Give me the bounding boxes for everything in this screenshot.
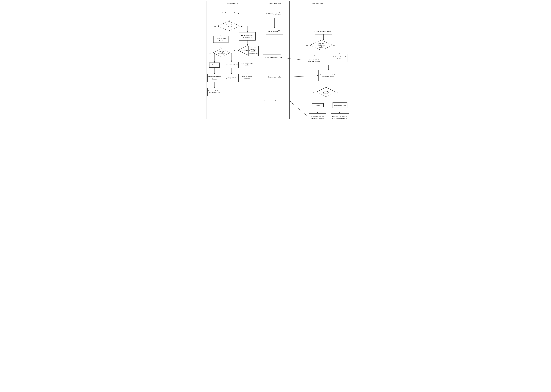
col-en2-body: Received content request Raw datablocks … xyxy=(290,6,345,119)
decode-en2-box: Decode xyxy=(312,103,324,108)
yes-label-raw: Yes xyxy=(306,45,308,46)
save-encoded-box: Save encoded block xyxy=(225,62,239,68)
raw-exist-diamond: Raw datablocks existlocally? xyxy=(310,40,333,51)
col-en1-body: Detection heartbeat Thrt Heartbeatreceiv… xyxy=(207,6,259,119)
heartbeat-diamond: Heartbeatreceived? xyxy=(217,21,240,31)
enough-decoding-en2-diamond: Enoughdecoding? xyxy=(316,87,336,97)
receive-raw-box-upper: Receive raw data blocks xyxy=(263,54,281,61)
combining-box: Combining encoded Blocks and Encoding Ve… xyxy=(318,70,337,81)
detection-box: Detection heartbeat Thrt xyxy=(220,10,238,16)
return-raw-box: Return the raw data blocks to all reques… xyxy=(306,56,322,64)
yes-label-enough-en2: Yes xyxy=(312,91,315,93)
connect-send-box: Connect EN1, Send heartbeat xyxy=(266,10,283,18)
decode-box: Decode xyxy=(209,63,220,68)
check-encoding-box: Check encoding vector xyxy=(332,102,347,108)
solve-rank-box: Solve rank γ the maximum linearly indepe… xyxy=(331,113,349,120)
send-encoded-cr-box: Send encoded blocks xyxy=(266,74,283,80)
send-encoded-requester-box: Send the encoded block to the requester xyxy=(225,74,239,82)
columns-header: Edge Node EN1 Content Requester Edge Nod… xyxy=(207,1,345,6)
respond-other-box: Respond to other requesters xyxy=(240,74,254,80)
receive-raw-box-lower: Receive raw data blocks xyxy=(263,98,281,104)
header-en2: Edge Node EN2 xyxy=(290,1,345,6)
enough-decoding-diamond: Enoughdecoding? xyxy=(213,48,230,57)
col-cr-body: Connect EN1, Send heartbeat Move, Connec… xyxy=(259,6,290,119)
header-en1: Edge Node EN1 xyxy=(207,1,259,6)
processing-box: Processing encoded blocks xyxy=(240,62,254,68)
no-label-enough: No xyxy=(231,52,232,54)
no-label-heartbeat: No xyxy=(241,25,243,27)
delete-encoded-box: Delete encoded blocks and encodig vector… xyxy=(208,88,222,96)
notify-send-box: Notify to send encoded blocks xyxy=(331,54,347,62)
collect-box: Collect encoded blocks xyxy=(213,36,229,43)
yes-label-heartbeat: Yes xyxy=(214,25,216,27)
no-label-thr: No xyxy=(234,50,236,51)
diagram-container: Edge Node EN1 Content Requester Edge Nod… xyxy=(206,1,345,119)
header-cr: Content Requester xyxy=(259,1,290,6)
no-label-raw: No xyxy=(333,45,335,46)
columns-body: Detection heartbeat Thrt Heartbeatreceiv… xyxy=(207,6,345,119)
received-content-box: Received content request xyxy=(315,28,332,35)
continue-collecting-box: Continue collecting encoded blocks xyxy=(239,32,256,41)
move-connect-box: Move, Connect EN2 xyxy=(266,28,283,35)
yes-label-enough: Yes xyxy=(209,52,211,54)
save-raw-en2-box: Save the Raw data and respond to all req… xyxy=(309,113,326,120)
no-label-enough-en2: No xyxy=(337,91,338,93)
save-raw-box: Save the Raw data and respond to all req… xyxy=(208,74,222,82)
